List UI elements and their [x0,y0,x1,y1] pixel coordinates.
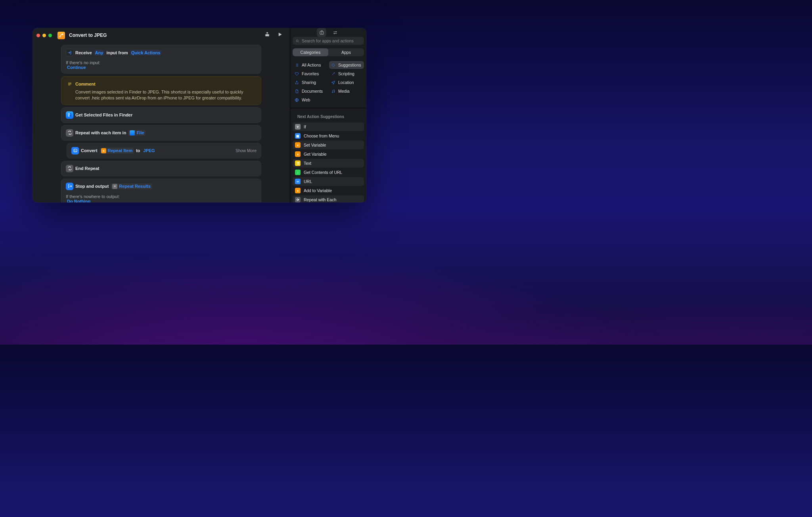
suggestion-url[interactable]: ∞URL [293,177,364,186]
action-repeat-start[interactable]: Repeat with each item in File [61,125,261,141]
image-icon [71,147,79,155]
action-convert-image[interactable]: Convert x Repeat Item to JPEG Show More [67,143,261,158]
document-icon [295,89,299,93]
cat-suggestions[interactable]: Suggestions [329,61,364,69]
category-grid: All Actions Suggestions Favorites Script… [293,61,364,104]
run-icon[interactable] [277,32,283,39]
search-field[interactable] [293,37,364,45]
share-icon[interactable] [264,32,270,39]
suggestion-label: URL [304,179,312,184]
nowhere-label: If there's nowhere to output: [66,194,257,199]
svg-point-8 [296,40,298,42]
comment-label: Comment [75,82,96,86]
convert-format-token[interactable]: JPEG [142,148,156,153]
tab-categories[interactable]: Categories [293,48,328,56]
suggestion-label: Choose from Menu [304,134,339,138]
window-controls [36,34,52,37]
cat-location[interactable]: Location [329,78,364,86]
media-icon [331,89,335,93]
cat-label: All Actions [302,63,321,67]
library-icon[interactable] [317,28,326,37]
receive-label: Receive [75,50,92,55]
action-repeat-end[interactable]: End Repeat [61,161,261,176]
shortcuts-editor-window: Convert to JPEG [33,28,366,202]
link-icon: ∞ [295,179,301,184]
suggestion-repeat-with-each[interactable]: ⟳Repeat with Each [293,195,364,202]
finder-icon [66,111,73,119]
settings-icon[interactable] [330,28,340,37]
shortcut-icon [57,32,65,39]
suggestion-label: Repeat with Each [304,197,336,202]
search-input[interactable] [302,38,361,43]
action-input[interactable]: Receive Any input from Quick Actions If … [61,45,261,74]
suggestion-get-variable[interactable]: xGet Variable [293,150,364,158]
repeat-var-token[interactable]: File [128,130,146,136]
cat-all-actions[interactable]: All Actions [293,61,327,69]
cat-sharing[interactable]: Sharing [293,78,327,86]
suggestion-add-to-variable[interactable]: xAdd to Variable [293,186,364,195]
text-icon: ☰ [295,160,301,166]
cat-web[interactable]: Web [293,96,327,104]
cat-media[interactable]: Media [329,87,364,95]
wand-icon [331,72,335,76]
library-tabs[interactable]: Categories Apps [293,48,364,56]
svg-point-6 [335,31,336,32]
nowhere-action-token[interactable]: Do Nothing [66,198,92,202]
title-actions [264,32,283,39]
output-var-label: Repeat Results [119,184,150,189]
repeat-icon: ⟳ [295,197,301,202]
action-comment[interactable]: Comment Convert images selected in Finde… [61,76,261,105]
convert-to-label: to [136,148,140,153]
cat-label: Suggestions [338,63,361,67]
cat-documents[interactable]: Documents [293,87,327,95]
divider [290,108,366,108]
titlebar: Convert to JPEG [33,28,290,42]
action-get-selected-files[interactable]: Get Selected Files in Finder [61,107,261,123]
cat-label: Favorites [302,71,319,76]
share-icon [295,80,299,85]
cat-favorites[interactable]: Favorites [293,70,327,78]
repeat-label: Repeat with each item in [75,130,126,135]
repeat-icon [66,129,73,137]
no-input-action-token[interactable]: Continue [66,65,87,70]
input-type-token[interactable]: Any [94,50,105,55]
comment-icon [66,80,73,88]
web-icon [295,98,299,102]
convert-source-token[interactable]: x Repeat Item [100,148,134,154]
variable-badge-icon: x [101,148,106,153]
input-source-token[interactable]: Quick Actions [130,50,162,55]
results-badge-icon: ≡ [112,184,117,189]
variable-icon: x [295,142,301,148]
minimize-button[interactable] [42,34,46,37]
main-pane: Convert to JPEG [33,28,290,202]
suggestion-text[interactable]: ☰Text [293,159,364,168]
suggestion-if[interactable]: YIf [293,122,364,131]
suggestion-label: Add to Variable [304,188,332,193]
show-more-button[interactable]: Show More [236,148,257,153]
cat-label: Web [302,97,310,102]
suggestion-label: Text [304,161,311,166]
location-icon [331,80,335,85]
svg-point-4 [74,150,75,151]
inspector-toolbar [290,28,366,37]
cat-scripting[interactable]: Scripting [329,70,364,78]
tab-apps[interactable]: Apps [328,48,364,56]
suggestion-get-contents-url[interactable]: ↓Get Contents of URL [293,168,364,177]
list-icon [295,63,299,67]
suggestions-header: Next Action Suggestions [297,114,364,119]
inspector-body: Categories Apps All Actions Suggestions … [290,37,366,202]
suggestion-label: If [304,124,306,129]
close-button[interactable] [36,34,40,37]
suggestion-label: Get Variable [304,152,327,156]
output-label: Stop and output [75,184,109,189]
suggestion-set-variable[interactable]: xSet Variable [293,141,364,149]
action-output[interactable]: Stop and output ≡ Repeat Results If ther… [61,179,261,202]
menu-icon: ▦ [295,133,301,139]
zoom-button[interactable] [48,34,52,37]
cat-label: Location [338,80,354,85]
output-var-token[interactable]: ≡ Repeat Results [111,183,152,189]
suggestion-choose-from-menu[interactable]: ▦Choose from Menu [293,132,364,140]
svg-point-1 [69,114,69,114]
download-icon: ↓ [295,170,301,175]
svg-point-7 [334,33,335,34]
